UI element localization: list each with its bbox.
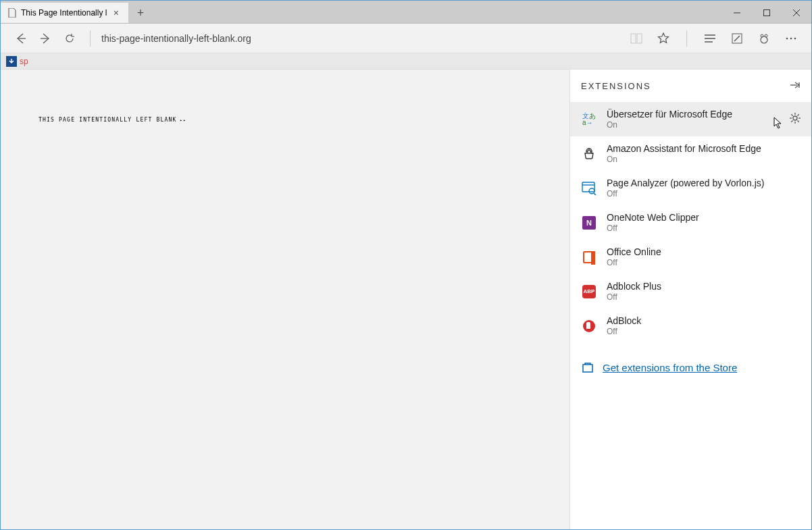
close-tab-button[interactable]: × xyxy=(111,7,122,18)
panel-header: EXTENSIONS xyxy=(570,70,811,102)
panel-title: EXTENSIONS xyxy=(581,81,651,91)
extension-info: Amazon Assistant for Microsoft EdgeOn xyxy=(607,143,801,164)
extension-item[interactable]: ABPAdblock PlusOff xyxy=(570,274,811,309)
pin-icon[interactable] xyxy=(790,80,801,92)
svg-line-28 xyxy=(798,114,799,115)
extension-info: AdBlockOff xyxy=(607,315,801,336)
svg-rect-1 xyxy=(764,10,770,16)
extension-status: Off xyxy=(607,223,801,233)
extension-status: Off xyxy=(607,189,801,198)
extension-name: AdBlock xyxy=(607,315,801,326)
hub-icon[interactable] xyxy=(698,26,722,51)
svg-line-34 xyxy=(594,193,596,195)
new-tab-button[interactable]: + xyxy=(129,3,152,23)
extension-status: On xyxy=(607,155,801,164)
adblock-icon xyxy=(581,318,597,334)
cursor-icon xyxy=(773,117,783,132)
page-body-text: THIS PAGE INTENTIONALLY LEFT BLANK xyxy=(39,117,186,123)
extension-item[interactable]: 文あa→Übersetzer für Microsoft EdgeOn xyxy=(570,102,811,136)
store-icon xyxy=(581,361,594,374)
svg-point-30 xyxy=(591,153,592,154)
extension-name: Office Online xyxy=(607,246,801,257)
page-icon xyxy=(7,8,17,18)
page-content: THIS PAGE INTENTIONALLY LEFT BLANK EXTEN… xyxy=(1,70,811,529)
extension-item[interactable]: NOneNote Web ClipperOff xyxy=(570,205,811,240)
extensions-panel: EXTENSIONS 文あa→Übersetzer für Microsoft … xyxy=(569,70,811,529)
extension-status: Off xyxy=(607,327,801,336)
close-window-button[interactable] xyxy=(782,3,811,23)
reading-view-icon[interactable] xyxy=(624,26,649,51)
abp-icon: ABP xyxy=(581,284,597,300)
svg-rect-6 xyxy=(631,34,636,43)
gear-icon[interactable] xyxy=(790,113,801,126)
tab-title: This Page Intentionally l xyxy=(21,8,107,18)
tab-bar: This Page Intentionally l × + xyxy=(1,1,811,24)
extension-name: Amazon Assistant for Microsoft Edge xyxy=(607,143,801,154)
svg-rect-7 xyxy=(637,34,642,43)
extension-info: Office OnlineOff xyxy=(607,246,801,267)
svg-point-21 xyxy=(793,116,797,120)
address-bar[interactable]: this-page-intentionally-left-blank.org xyxy=(99,29,624,48)
bookmark-icon[interactable] xyxy=(6,56,17,67)
maximize-button[interactable] xyxy=(752,3,782,23)
browser-tab[interactable]: This Page Intentionally l × xyxy=(1,3,129,23)
extension-status: Off xyxy=(607,258,801,267)
bookmark-item[interactable]: sp xyxy=(20,57,28,66)
extension-info: Page Analyzer (powered by Vorlon.js)Off xyxy=(607,178,801,198)
extension-name: OneNote Web Clipper xyxy=(607,212,801,223)
onenote-icon: N xyxy=(581,215,597,231)
extension-status: On xyxy=(607,120,790,130)
refresh-button[interactable] xyxy=(57,26,82,51)
back-button[interactable] xyxy=(9,26,33,51)
extension-item[interactable]: AdBlockOff xyxy=(570,309,811,343)
forward-button[interactable] xyxy=(33,26,57,51)
extension-name: Adblock Plus xyxy=(607,281,801,292)
extension-info: Übersetzer für Microsoft EdgeOn xyxy=(607,109,790,130)
extension-item[interactable]: Amazon Assistant for Microsoft EdgeOn xyxy=(570,136,811,171)
extension-status: Off xyxy=(607,292,801,302)
svg-line-12 xyxy=(734,36,740,41)
svg-point-18 xyxy=(794,37,796,39)
favorite-star-icon[interactable] xyxy=(651,26,676,51)
svg-rect-35 xyxy=(583,365,592,372)
web-note-icon[interactable] xyxy=(725,26,749,51)
extension-name: Übersetzer für Microsoft Edge xyxy=(607,109,790,120)
svg-line-26 xyxy=(791,114,792,115)
share-icon[interactable] xyxy=(752,26,776,51)
extension-info: Adblock PlusOff xyxy=(607,281,801,302)
office-icon xyxy=(581,249,597,265)
store-link-row: Get extensions from the Store xyxy=(570,348,811,386)
svg-line-27 xyxy=(798,120,799,122)
more-icon[interactable] xyxy=(779,26,803,51)
svg-point-13 xyxy=(761,36,767,43)
svg-point-17 xyxy=(790,37,792,39)
favorites-bar: sp xyxy=(1,53,811,70)
amazon-icon xyxy=(581,146,597,162)
extension-name: Page Analyzer (powered by Vorlon.js) xyxy=(607,178,801,188)
extension-info: OneNote Web ClipperOff xyxy=(607,212,801,233)
extension-item[interactable]: Office OnlineOff xyxy=(570,240,811,274)
extension-item[interactable]: Page Analyzer (powered by Vorlon.js)Off xyxy=(570,171,811,205)
svg-point-16 xyxy=(786,37,788,39)
window-controls xyxy=(722,3,811,23)
analyzer-icon xyxy=(581,180,597,196)
toolbar: this-page-intentionally-left-blank.org xyxy=(1,24,811,53)
svg-rect-31 xyxy=(582,182,594,192)
separator xyxy=(686,30,687,47)
translate-icon: 文あa→ xyxy=(581,111,597,128)
extensions-list: 文あa→Übersetzer für Microsoft EdgeOnAmazo… xyxy=(570,102,811,343)
store-link[interactable]: Get extensions from the Store xyxy=(603,362,737,373)
svg-point-33 xyxy=(589,188,594,194)
svg-line-29 xyxy=(791,120,792,122)
minimize-button[interactable] xyxy=(722,3,752,23)
separator xyxy=(90,30,91,47)
